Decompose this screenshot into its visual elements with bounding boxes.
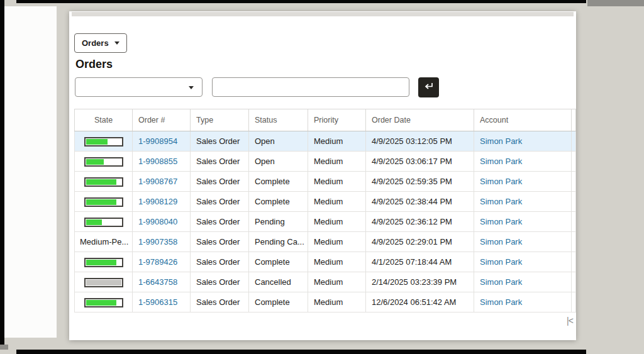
state-progress-meter [84, 197, 123, 207]
account-cell: Simon Park [474, 292, 572, 313]
account-link[interactable]: Simon Park [480, 157, 522, 166]
order-number-link[interactable]: 1-9908855 [138, 157, 177, 166]
search-input[interactable] [212, 77, 409, 97]
account-link[interactable]: Simon Park [480, 136, 522, 146]
orders-menu-button[interactable]: Orders [74, 33, 127, 53]
order-number-link[interactable]: 1-9908040 [138, 217, 177, 226]
status-cell: Complete [249, 192, 308, 212]
order-date-cell: 2/14/2025 03:23:39 PM [366, 272, 474, 292]
state-progress-meter [84, 218, 123, 227]
clipped-cell [572, 152, 576, 172]
account-link[interactable]: Simon Park [480, 277, 522, 287]
orders-table: State Order # Type Status Priority Order… [74, 109, 576, 313]
status-cell: Complete [249, 292, 308, 313]
column-header-account[interactable]: Account [474, 109, 572, 131]
account-cell: Simon Park [474, 152, 572, 172]
account-link[interactable]: Simon Park [480, 217, 522, 226]
state-progress-meter [84, 137, 123, 147]
table-row[interactable]: 1-9908129 Sales Order Complete Medium 4/… [75, 192, 576, 212]
priority-cell: Medium [308, 272, 366, 292]
orders-table-body: 1-9908954 Sales Order Open Medium 4/9/20… [75, 131, 576, 313]
state-cell [75, 212, 133, 232]
state-cell [75, 172, 133, 192]
first-page-icon[interactable]: |< [567, 316, 573, 326]
clipped-cell [572, 192, 576, 212]
column-header-status[interactable]: Status [249, 109, 308, 131]
clipped-cell [572, 272, 576, 292]
clipped-cell [572, 212, 576, 232]
account-cell: Simon Park [474, 131, 572, 152]
order-number-link[interactable]: 1-5906315 [138, 297, 177, 307]
clipped-cell [572, 232, 576, 252]
account-link[interactable]: Simon Park [480, 177, 522, 186]
order-number-link[interactable]: 1-9908129 [138, 197, 177, 206]
state-cell [75, 131, 133, 152]
column-header-priority[interactable]: Priority [308, 109, 366, 131]
order-date-cell: 4/9/2025 02:59:35 PM [366, 172, 474, 192]
status-cell: Pending Ca... [249, 232, 308, 252]
account-cell: Simon Park [474, 172, 572, 192]
window-bottom-edge [16, 350, 586, 354]
window-corner-artifact [587, 0, 644, 6]
order-number-link[interactable]: 1-9908954 [138, 136, 177, 146]
column-header-type[interactable]: Type [191, 109, 249, 131]
status-cell: Open [249, 131, 308, 152]
table-row[interactable]: 1-5906315 Sales Order Complete Medium 12… [75, 292, 576, 313]
state-cell [75, 192, 133, 212]
account-link[interactable]: Simon Park [480, 237, 522, 246]
chevron-down-icon [114, 41, 119, 45]
filter-field-select[interactable] [75, 77, 203, 97]
state-cell [75, 292, 133, 313]
column-header-order-date[interactable]: Order Date [366, 109, 474, 131]
priority-cell: Medium [308, 152, 366, 172]
account-cell: Simon Park [474, 252, 572, 272]
type-cell: Sales Order [191, 172, 249, 192]
account-link[interactable]: Simon Park [480, 197, 522, 206]
state-cell: Medium-Pe... [75, 232, 133, 252]
account-link[interactable]: Simon Park [480, 297, 522, 307]
status-cell: Complete [249, 252, 308, 272]
clipped-cell [572, 131, 576, 152]
table-row[interactable]: 1-9908954 Sales Order Open Medium 4/9/20… [75, 131, 576, 152]
table-row[interactable]: 1-9908855 Sales Order Open Medium 4/9/20… [75, 152, 576, 172]
window-corner-artifact [0, 345, 8, 350]
order-number-link[interactable]: 1-9907358 [138, 237, 177, 246]
priority-cell: Medium [308, 232, 366, 252]
column-header-order-number[interactable]: Order # [133, 109, 191, 131]
orders-menu-label: Orders [82, 38, 109, 48]
table-header-row: State Order # Type Status Priority Order… [75, 109, 576, 131]
table-row[interactable]: 1-6643758 Sales Order Cancelled Medium 2… [75, 272, 576, 292]
account-link[interactable]: Simon Park [480, 257, 522, 267]
account-cell: Simon Park [474, 232, 572, 252]
horizontal-scrollbar[interactable] [72, 12, 574, 16]
table-row[interactable]: 1-9789426 Sales Order Complete Medium 4/… [75, 252, 576, 272]
table-row[interactable]: 1-9908767 Sales Order Complete Medium 4/… [75, 172, 576, 192]
clipped-cell [572, 252, 576, 272]
order-number-link[interactable]: 1-9908767 [138, 177, 177, 186]
priority-cell: Medium [308, 172, 366, 192]
column-header-state[interactable]: State [75, 109, 133, 131]
order-number-link[interactable]: 1-9789426 [138, 257, 177, 267]
status-cell: Pending [249, 212, 308, 232]
priority-cell: Medium [308, 212, 366, 232]
state-progress-meter [84, 278, 123, 287]
status-cell: Cancelled [249, 272, 308, 292]
clipped-cell [572, 292, 576, 313]
priority-cell: Medium [308, 192, 366, 212]
order-date-cell: 4/9/2025 03:06:17 PM [366, 152, 474, 172]
table-row[interactable]: Medium-Pe... 1-9907358 Sales Order Pendi… [75, 232, 576, 252]
order-number-link[interactable]: 1-6643758 [138, 277, 177, 287]
type-cell: Sales Order [191, 232, 249, 252]
order-number-cell: 1-9908954 [133, 131, 191, 152]
order-date-cell: 12/6/2024 06:51:42 AM [366, 292, 474, 313]
chevron-down-icon [189, 86, 194, 89]
state-progress-meter [84, 157, 123, 167]
order-number-cell: 1-6643758 [133, 272, 191, 292]
run-search-button[interactable] [418, 77, 439, 97]
account-cell: Simon Park [474, 212, 572, 232]
clipped-cell [572, 172, 576, 192]
type-cell: Sales Order [191, 292, 249, 313]
state-cell [75, 152, 133, 172]
table-row[interactable]: 1-9908040 Sales Order Pending Medium 4/9… [75, 212, 576, 232]
order-number-cell: 1-9908767 [133, 172, 191, 192]
